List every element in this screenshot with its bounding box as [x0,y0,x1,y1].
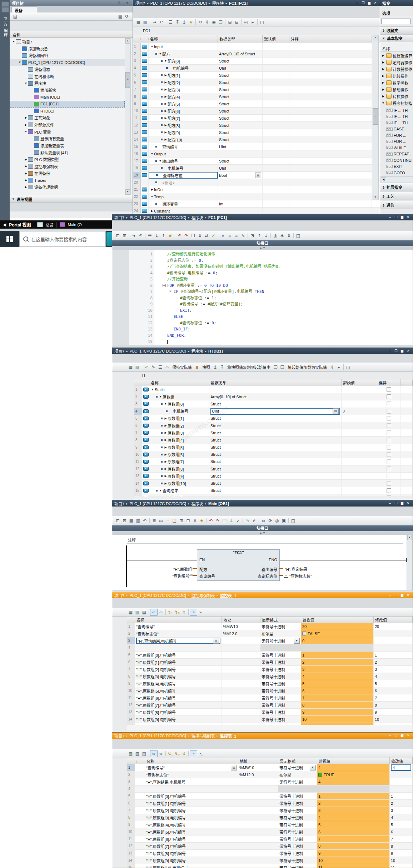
load-snapshot-icon[interactable]: ⇓ [228,518,235,524]
pin-output-number[interactable]: 输出编号 [262,567,277,572]
comment-cell[interactable] [289,172,372,179]
name-cell[interactable]: ▶Constant [149,208,218,213]
expander-icon[interactable]: ▶ [164,102,168,105]
retain-cell[interactable] [377,480,400,487]
fc1-table-row[interactable]: 24▶Constant [133,208,380,213]
name-cell[interactable]: 电机编号 [149,494,209,496]
name-cell[interactable]: 查询标志位 [149,172,218,179]
comment-cell[interactable] [289,150,372,157]
watch-table-row[interactable]: 7"H".原数组[2].电机编号带符号十进制33 [127,666,413,673]
instruction-scl-item[interactable]: SCLCASE ... [380,126,413,133]
expander-closed-icon[interactable]: ▶ [24,172,28,175]
name-cell[interactable]: ▼原数组 [149,393,209,400]
delete-network-icon[interactable]: ⊠ [121,518,128,524]
window-minimize-button[interactable]: ─ [388,215,392,220]
add-row-icon[interactable]: ▥ [134,750,141,757]
comment-cell[interactable] [289,79,372,86]
retain-checkbox[interactable] [387,459,391,464]
instruction-scl-item[interactable]: SCLFOR ... [380,132,413,139]
fc1-table-row[interactable]: 1▼Input [133,43,380,50]
watch-table-row[interactable]: 9"H".原数组[4].电机编号带符号十进制55 [127,680,413,687]
display-format-cell[interactable]: 带符号十进制 [260,709,301,715]
code-line[interactable]: 10EXIT; [112,308,413,314]
watch-table-row[interactable]: 13"H".原数组[8].电机编号带符号十进制99 [127,709,413,716]
watch-table-row[interactable]: 10"H".原数组[5].电机编号带符号十进制66 [127,687,413,694]
code-line[interactable]: 9#输出编号 := #配方[#循环变量]; [112,301,413,308]
tree-item[interactable]: ▶Traces [10,177,125,184]
expander-icon[interactable]: ▶ [164,88,168,91]
expander-icon[interactable]: ▶ [164,424,168,427]
name-cell[interactable]: ▶原数组[2] [149,422,209,429]
undo-red-icon[interactable]: ↶ [176,233,183,239]
bookmark-icon[interactable]: ◥ [249,233,256,239]
default-value-cell[interactable] [263,50,289,57]
instruction-folder[interactable]: ▶定时器操作 [380,59,413,66]
db-table-row[interactable]: 12▶原数组[8]Struct [134,465,413,473]
expander-icon[interactable]: ▶ [164,109,168,113]
default-value-cell[interactable] [263,86,289,93]
address-cell[interactable] [238,864,278,868]
tree-item[interactable]: ▼PLC_1 [CPU 1217C DC/DC/DC] [10,59,125,66]
snapshot-up-icon[interactable]: ↥ [212,364,219,370]
monitor-value-cell[interactable]: 1 [301,652,374,658]
col-i[interactable]: i [135,758,145,764]
modify-value-cell[interactable]: 11 [390,864,413,868]
name-cell[interactable]: ▼配方 [149,50,218,57]
instruction-folder[interactable]: ▶计数器操作 [380,66,413,73]
fc1-table-row[interactable]: 17▼输出编号Struct [133,158,380,165]
monitor-value-cell[interactable]: 2 [301,659,374,665]
expander-icon[interactable]: ▶ [150,209,154,213]
modify-value-cell[interactable]: 6 [374,687,413,694]
monitor-value-cell[interactable]: 4 [317,814,390,821]
name-cell[interactable]: ▼原数组[0] [149,400,209,407]
name-cell[interactable]: "H".查询结果.电机编号 [145,778,238,785]
breadcrumb-segment[interactable]: Main [OB1] [208,502,229,506]
redo-red-icon[interactable]: ↷ [183,233,190,239]
datatype-cell[interactable] [209,386,342,393]
retain-cell[interactable] [377,444,400,451]
expander-open-icon[interactable]: ▼ [12,40,16,43]
expander-icon[interactable]: ▼ [158,52,162,55]
pin-output-flag[interactable]: 查询标志位 [258,573,277,579]
column-options-icon[interactable]: ▦ [117,13,124,20]
watch-table-row[interactable]: 4 [127,785,413,793]
comment-cell[interactable] [289,65,372,71]
start-value-cell[interactable]: 0 [342,494,377,496]
datatype-cell[interactable] [218,150,263,157]
instruction-scl-item[interactable]: SCLEXIT [380,164,413,170]
expander-icon[interactable]: ▶ [164,438,168,442]
monitor-value-cell[interactable]: FALSE [301,630,374,637]
tree-item[interactable]: ▶设备代理数据 [10,184,125,190]
expander-icon[interactable]: ▶ [164,138,168,141]
fc1-table-row[interactable]: 7▶配方[3]Struct [133,86,380,93]
modify-value-cell[interactable]: 10 [374,716,413,723]
comment-cell[interactable] [289,179,372,186]
insert-network-icon[interactable]: ⊞ [114,233,121,239]
lock-icon[interactable]: ▣ [280,518,287,524]
name-cell[interactable]: "H".原数组[8].电机编号 [145,850,238,857]
instruction-scl-item[interactable]: SCLFOR ... [380,139,413,145]
tree-item[interactable]: ✦添加新设备 [10,45,125,52]
retain-checkbox[interactable] [387,401,391,406]
fc1-call-block[interactable]: "FC1" EN ENO 配方 查询编号 输出编号 查询标志位 [197,549,280,581]
retain-checkbox[interactable] [387,409,391,414]
monitor-once-icon[interactable]: ∞ [158,609,164,615]
watch-table-row[interactable]: 6"H".原数组[1].电机编号带符号十进制22 [127,659,413,666]
scroll-up-icon[interactable]: ▲ [125,38,130,44]
block-interface-bar[interactable]: 块接口 [112,240,413,246]
fc1-table-row[interactable]: 19查询标志位Bool▤ [133,172,380,179]
copy-start-icon[interactable]: ❐ [272,364,279,370]
expander-icon[interactable]: ▶ [164,124,168,127]
window-close-button[interactable]: ✕ [406,501,410,506]
window-float-button[interactable]: ❐ [394,215,398,220]
expander-icon[interactable]: ▼ [159,395,163,398]
expander-closed-icon[interactable]: ▶ [381,61,385,64]
db-table-row[interactable]: 14▶原数组[10]Struct [134,480,413,487]
datatype-cell[interactable]: Struct [218,100,263,107]
breadcrumb-segment[interactable]: 项目7 [114,593,124,598]
modify-value-cell[interactable]: 2 [390,800,413,807]
name-cell[interactable]: "H".原数组[2].电机编号 [145,807,238,814]
display-format-cell[interactable] [260,644,301,651]
name-cell[interactable]: ▶配方[6] [149,108,218,114]
fc1-table-row[interactable]: 12▶配方[8]Struct [133,122,380,129]
